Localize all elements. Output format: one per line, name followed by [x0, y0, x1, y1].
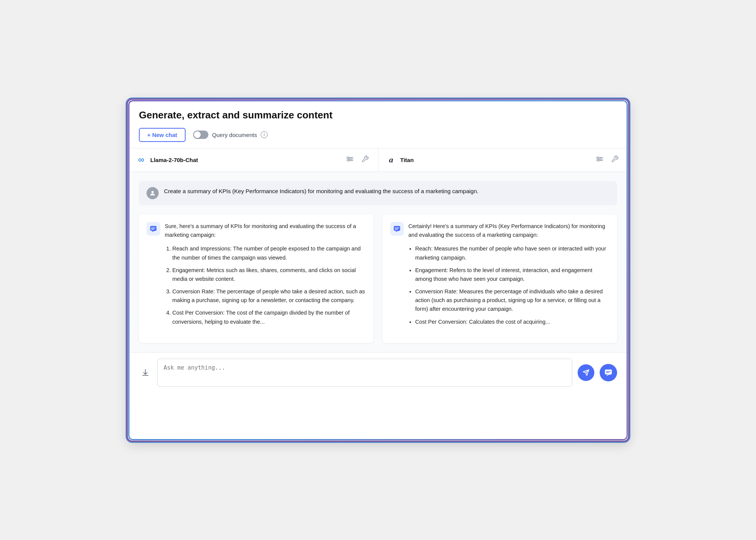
app-container: Generate, extract and summarize content …: [128, 99, 628, 441]
titan-response-content: Certainly! Here's a summary of KPIs (Key…: [408, 222, 610, 330]
chat-input-wrapper[interactable]: [157, 359, 572, 387]
models-bar: ∞ Llama-2-70b-Chat: [128, 148, 628, 172]
llama-chat-icon: [150, 225, 157, 233]
svg-point-3: [347, 157, 349, 158]
toolbar: + New chat Query documents i: [139, 128, 617, 142]
list-item: Conversion Rate: Measures the percentage…: [415, 287, 610, 314]
svg-point-11: [598, 160, 599, 161]
download-button[interactable]: [139, 366, 152, 379]
svg-point-12: [151, 191, 154, 193]
user-message-text: Create a summary of KPIs (Key Performanc…: [164, 187, 479, 196]
svg-rect-17: [395, 227, 399, 228]
svg-point-9: [597, 157, 598, 158]
download-icon: [141, 368, 150, 377]
titan-response-list: Reach: Measures the number of people who…: [408, 244, 610, 326]
llama-intro: Sure, here's a summary of KPIs for monit…: [165, 222, 366, 240]
llama-response-content: Sure, here's a summary of KPIs for monit…: [165, 222, 366, 330]
svg-rect-18: [395, 229, 398, 230]
titan-tools-button[interactable]: [610, 154, 620, 166]
llama-settings-button[interactable]: [345, 154, 355, 166]
chat-fab-button[interactable]: [600, 364, 617, 381]
titan-ai-avatar: [390, 222, 404, 236]
titan-model-name: Titan: [400, 157, 591, 163]
svg-rect-21: [606, 372, 609, 373]
chat-input[interactable]: [164, 364, 566, 379]
chat-fab-icon: [604, 368, 613, 377]
llama-response-list: Reach and Impressions: The number of peo…: [165, 244, 366, 326]
query-docs-toggle[interactable]: [193, 131, 208, 139]
input-bar: [128, 352, 628, 394]
svg-point-4: [350, 158, 351, 160]
svg-point-5: [348, 160, 350, 161]
svg-rect-20: [606, 371, 611, 372]
titan-intro: Certainly! Here's a summary of KPIs (Key…: [408, 222, 610, 240]
model-tab-llama: ∞ Llama-2-70b-Chat: [128, 148, 378, 172]
query-docs-label: Query documents: [212, 132, 257, 138]
llama-response-card: Sure, here's a summary of KPIs for monit…: [139, 214, 373, 343]
titan-response-header: Certainly! Here's a summary of KPIs (Key…: [390, 222, 610, 330]
titan-settings-icon: [596, 155, 603, 163]
send-icon: [583, 369, 589, 376]
svg-rect-16: [394, 226, 400, 231]
llama-tools-button[interactable]: [360, 154, 370, 166]
new-chat-button[interactable]: + New chat: [139, 128, 186, 142]
send-button[interactable]: [578, 364, 594, 381]
list-item: Engagement: Metrics such as likes, share…: [172, 266, 366, 283]
titan-response-card: Certainly! Here's a summary of KPIs (Key…: [383, 214, 617, 343]
titan-settings-button[interactable]: [594, 154, 605, 166]
svg-rect-8: [596, 160, 603, 161]
llama-model-actions: [345, 154, 370, 166]
list-item: Reach: Measures the number of people who…: [415, 244, 610, 262]
titan-model-actions: [594, 154, 620, 166]
list-item: Reach and Impressions: The number of peo…: [172, 244, 366, 262]
list-item: Conversion Rate: The percentage of peopl…: [172, 287, 366, 305]
svg-point-10: [600, 158, 601, 160]
svg-rect-13: [150, 226, 157, 231]
titan-wrench-icon: [611, 155, 619, 163]
svg-rect-19: [605, 370, 612, 375]
llama-model-name: Llama-2-70b-Chat: [150, 157, 341, 163]
titan-chat-icon: [393, 225, 401, 233]
responses-grid: Sure, here's a summary of KPIs for monit…: [139, 214, 617, 343]
user-message: Create a summary of KPIs (Key Performanc…: [139, 181, 617, 205]
list-item: Engagement: Refers to the level of inter…: [415, 266, 610, 283]
svg-rect-15: [151, 229, 154, 230]
list-item: Cost Per Conversion: Calculates the cost…: [415, 318, 610, 326]
query-docs-toggle-group: Query documents i: [193, 131, 268, 139]
llama-wrench-icon: [361, 155, 369, 163]
svg-rect-14: [151, 227, 156, 228]
meta-logo-icon: ∞: [136, 154, 146, 165]
amazon-logo-icon: a: [386, 154, 397, 165]
chat-content: Create a summary of KPIs (Key Performanc…: [128, 172, 628, 352]
svg-rect-2: [346, 160, 353, 161]
llama-ai-avatar: [146, 222, 160, 236]
query-docs-info-icon[interactable]: i: [261, 131, 268, 138]
list-item: Cost Per Conversion: The cost of the cam…: [172, 309, 366, 326]
header: Generate, extract and summarize content …: [128, 100, 628, 148]
llama-settings-icon: [346, 155, 354, 163]
page-title: Generate, extract and summarize content: [139, 109, 617, 121]
user-avatar: [146, 187, 159, 199]
llama-response-header: Sure, here's a summary of KPIs for monit…: [146, 222, 366, 330]
user-avatar-icon: [149, 190, 156, 197]
model-tab-titan: a Titan: [378, 148, 628, 172]
